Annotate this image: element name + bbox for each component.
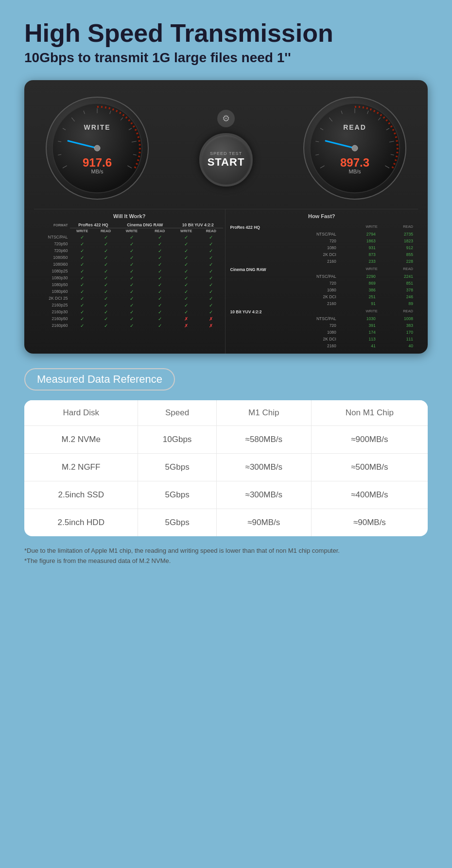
table-row: 1080i60 ✓✓ ✓✓ ✓✓ <box>36 261 223 268</box>
table-row: 1080p50 ✓✓ ✓✓ ✓✓ <box>36 281 223 288</box>
speed-data-row: 1080 386 378 <box>229 287 415 293</box>
footnote: *Due to the limitation of Apple M1 chip,… <box>24 546 428 566</box>
speed-data-row: 1080 174 170 <box>229 329 415 335</box>
start-button[interactable]: SPEED TEST START <box>199 133 253 187</box>
table-row: 2160p30 ✓✓ ✓✓ ✓✓ <box>36 308 223 315</box>
speed-data-row: 2160 233 228 <box>229 258 415 264</box>
reference-label-box: Measured Data Reference <box>24 368 175 391</box>
speed-data-row: 1080 931 912 <box>229 245 415 251</box>
speed-data-row: NTSC/PAL 1030 1008 <box>229 316 415 322</box>
footnote-line1: *Due to the limitation of Apple M1 chip,… <box>24 546 428 556</box>
start-label: START <box>208 156 245 169</box>
table-row: 2160p50 ✓✓ ✓✓ ✗✗ <box>36 315 223 322</box>
compatibility-table: FORMAT ProRes 422 HQ Cinema DNG RAW 10 B… <box>36 222 223 329</box>
table-row: 1080i50 ✓✓ ✓✓ ✓✓ <box>36 254 223 261</box>
speed-data-table: ProRes 422 HQ WRITE READ NTSC/PAL 2794 2… <box>228 222 416 350</box>
speed-data-row: 2K DCI 251 246 <box>229 294 415 300</box>
speed-section-header: ProRes 422 HQ WRITE READ <box>229 223 415 230</box>
footnote-line2: *The figure is from the measured data of… <box>24 556 428 566</box>
svg-text:917.6: 917.6 <box>83 156 112 169</box>
svg-text:897.3: 897.3 <box>340 156 369 169</box>
table-cell: ≈400MB/s <box>311 481 428 509</box>
sub-title: 10Gbps to transmit 1G large files need 1… <box>24 50 428 66</box>
speed-test-label: SPEED TEST <box>210 151 242 156</box>
svg-text:READ: READ <box>343 123 366 131</box>
reference-label: Measured Data Reference <box>37 373 162 385</box>
svg-point-36 <box>352 145 358 151</box>
table-row: M.2 NGFF5Gbps≈300MB/s≈500MB/s <box>24 454 428 481</box>
gear-icon[interactable]: ⚙ <box>217 110 235 127</box>
table-row: M.2 NVMe10Gbps≈580MB/s≈900MB/s <box>24 426 428 454</box>
table-cell: M.2 NVMe <box>24 426 138 454</box>
speed-section-header: Cinema DNG RAW WRITE READ <box>229 265 415 272</box>
table-row: 720p60 ✓✓ ✓✓ ✓✓ <box>36 247 223 254</box>
table-cell: 5Gbps <box>138 454 216 481</box>
speed-data-row: NTSC/PAL 2290 2241 <box>229 273 415 279</box>
table-cell: 10Gbps <box>138 426 216 454</box>
data-table: Hard DiskSpeedM1 ChipNon M1 Chip M.2 NVM… <box>24 400 428 536</box>
table-header-cell: Speed <box>138 400 216 426</box>
speed-panel: WRITE 917.6 MB/s ⚙ SPEED TEST START <box>24 80 428 354</box>
speed-section-header: 10 Bit YUV 4:2:2 WRITE READ <box>229 307 415 315</box>
compatibility-table-section: Will It Work? FORMAT ProRes 422 HQ Cinem… <box>34 209 226 354</box>
table-header-row: Hard DiskSpeedM1 ChipNon M1 Chip <box>24 400 428 426</box>
write-gauge-svg: WRITE 917.6 MB/s <box>44 95 151 202</box>
svg-text:MB/s: MB/s <box>91 169 104 174</box>
table-cell: 5Gbps <box>138 481 216 509</box>
table-header-cell: Hard Disk <box>24 400 138 426</box>
table-cell: ≈90MB/s <box>216 509 311 537</box>
header-section: High Speed Transmission 10Gbps to transm… <box>24 19 428 66</box>
table-row: 2160p60 ✓✓ ✓✓ ✗✗ <box>36 322 223 329</box>
speed-data-row: 2K DCI 873 855 <box>229 252 415 257</box>
table-cell: 2.5inch SSD <box>24 481 138 509</box>
table-cell: ≈300MB/s <box>216 454 311 481</box>
right-table-title: How Fast? <box>228 213 416 219</box>
speed-data-row: 2160 91 89 <box>229 301 415 306</box>
svg-text:MB/s: MB/s <box>348 169 361 174</box>
table-header-cell: M1 Chip <box>216 400 311 426</box>
read-gauge-container: READ 897.3 MB/s <box>296 95 413 202</box>
table-body: M.2 NVMe10Gbps≈580MB/s≈900MB/sM.2 NGFF5G… <box>24 426 428 537</box>
table-row: 1080p30 ✓✓ ✓✓ ✓✓ <box>36 274 223 281</box>
speed-data-row: NTSC/PAL 2794 2735 <box>229 231 415 237</box>
svg-point-16 <box>94 145 100 151</box>
table-cell: ≈90MB/s <box>311 509 428 537</box>
table-row: 1080p25 ✓✓ ✓✓ ✓✓ <box>36 268 223 274</box>
speed-data-row: 2K DCI 113 111 <box>229 336 415 342</box>
table-cell: M.2 NGFF <box>24 454 138 481</box>
speed-data-row: 2160 41 40 <box>229 343 415 349</box>
table-cell: ≈900MB/s <box>311 426 428 454</box>
read-gauge-svg: READ 897.3 MB/s <box>301 95 408 202</box>
svg-text:WRITE: WRITE <box>84 123 110 131</box>
table-cell: ≈300MB/s <box>216 481 311 509</box>
table-cell: ≈500MB/s <box>311 454 428 481</box>
table-cell: 5Gbps <box>138 509 216 537</box>
table-cell: 2.5inch HDD <box>24 509 138 537</box>
speed-data-row: 720 391 383 <box>229 323 415 328</box>
left-table-title: Will It Work? <box>36 213 223 219</box>
table-cell: ≈580MB/s <box>216 426 311 454</box>
table-row: 1080p60 ✓✓ ✓✓ ✓✓ <box>36 288 223 295</box>
table-row: 2.5inch HDD5Gbps≈90MB/s≈90MB/s <box>24 509 428 537</box>
data-table-wrapper: Hard DiskSpeedM1 ChipNon M1 Chip M.2 NVM… <box>24 400 428 536</box>
table-row: 2160p25 ✓✓ ✓✓ ✓✓ <box>36 302 223 308</box>
center-controls: ⚙ SPEED TEST START <box>199 110 253 187</box>
table-row: 2K DCI 25 ✓✓ ✓✓ ✓✓ <box>36 295 223 302</box>
main-title: High Speed Transmission <box>24 19 428 47</box>
table-header-cell: Non M1 Chip <box>311 400 428 426</box>
tables-area: Will It Work? FORMAT ProRes 422 HQ Cinem… <box>34 209 418 354</box>
table-row: NTSC/PAL ✓✓ ✓✓ ✓✓ <box>36 234 223 240</box>
speed-table-section: How Fast? ProRes 422 HQ WRITE READ NTSC/… <box>226 209 418 354</box>
table-row: 2.5inch SSD5Gbps≈300MB/s≈400MB/s <box>24 481 428 509</box>
gauges-row: WRITE 917.6 MB/s ⚙ SPEED TEST START <box>34 90 418 209</box>
write-gauge-container: WRITE 917.6 MB/s <box>39 95 156 202</box>
speed-data-row: 720 869 851 <box>229 280 415 286</box>
speed-data-row: 720 1863 1823 <box>229 238 415 244</box>
table-row: 720p50 ✓✓ ✓✓ ✓✓ <box>36 240 223 247</box>
